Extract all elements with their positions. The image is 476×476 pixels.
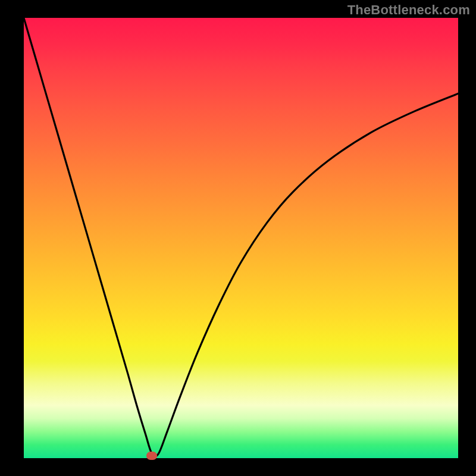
curve-svg: [24, 18, 458, 458]
plot-area: [24, 18, 458, 458]
bottleneck-curve: [24, 18, 458, 456]
watermark-text: TheBottleneck.com: [347, 2, 470, 18]
minimum-marker: [146, 452, 157, 460]
chart-frame: TheBottleneck.com: [0, 0, 476, 476]
